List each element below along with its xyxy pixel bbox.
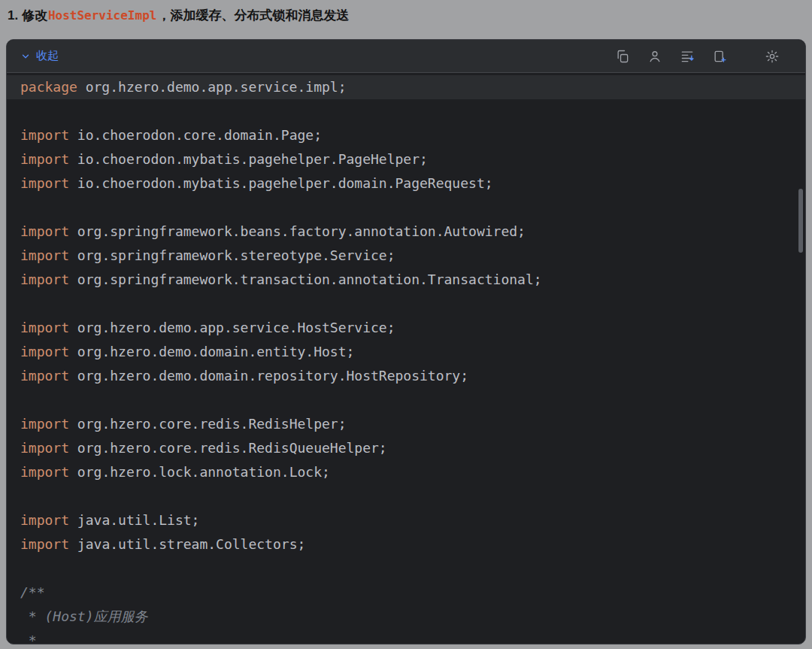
section-heading: 1. 修改HostServiceImpl，添加缓存、分布式锁和消息发送	[8, 3, 804, 27]
code-line	[7, 484, 805, 508]
code-line	[7, 292, 805, 316]
page: 1. 修改HostServiceImpl，添加缓存、分布式锁和消息发送 收起	[0, 0, 812, 649]
chevron-down-icon	[20, 51, 31, 62]
settings-icon[interactable]	[763, 47, 781, 65]
code-panel: 收起	[6, 39, 806, 644]
copy-to-new-file-icon[interactable]	[710, 47, 729, 65]
code-line: import org.springframework.beans.factory…	[7, 220, 805, 244]
code-line: /**	[7, 581, 805, 605]
code-area[interactable]: package org.hzero.demo.app.service.impl;…	[7, 73, 805, 644]
code-line: import org.springframework.stereotype.Se…	[7, 244, 805, 268]
collapse-label: 收起	[36, 49, 59, 63]
code-line: import org.hzero.demo.app.service.HostSe…	[7, 316, 805, 340]
code-line	[7, 557, 805, 581]
scrollbar-thumb[interactable]	[798, 189, 803, 253]
code-line: import org.hzero.demo.domain.entity.Host…	[7, 340, 805, 364]
code-line: import org.springframework.transaction.a…	[7, 268, 805, 292]
code-line: import org.hzero.core.redis.RedisQueueHe…	[7, 436, 805, 460]
code-line	[7, 388, 805, 412]
code-line: import io.choerodon.mybatis.pagehelper.P…	[7, 147, 805, 171]
code-line: package org.hzero.demo.app.service.impl;	[7, 75, 805, 99]
code-line: import org.hzero.demo.domain.repository.…	[7, 364, 805, 388]
code-line: import org.hzero.lock.annotation.Lock;	[7, 460, 805, 484]
code-line: import java.util.List;	[7, 508, 805, 532]
code-panel-header: 收起	[7, 40, 805, 73]
collapse-button[interactable]: 收起	[20, 49, 59, 63]
code-line: import org.hzero.core.redis.RedisHelper;	[7, 412, 805, 436]
code-line: * (Host)应用服务	[7, 605, 805, 629]
insert-at-caret-icon[interactable]	[678, 47, 696, 65]
heading-prefix: 1. 修改	[8, 7, 47, 24]
code-toolbar	[614, 47, 781, 65]
heading-inline-code: HostServiceImpl	[47, 8, 158, 23]
code-line: import io.choerodon.core.domain.Page;	[7, 123, 805, 147]
code-line	[7, 99, 805, 123]
code-line	[7, 196, 805, 220]
heading-suffix: ，添加缓存、分布式锁和消息发送	[157, 7, 349, 24]
user-icon[interactable]	[646, 47, 664, 65]
copy-icon[interactable]	[614, 47, 632, 65]
code-line: import java.util.stream.Collectors;	[7, 532, 805, 557]
code-line: *	[7, 629, 805, 644]
code-line: import io.choerodon.mybatis.pagehelper.d…	[7, 171, 805, 196]
